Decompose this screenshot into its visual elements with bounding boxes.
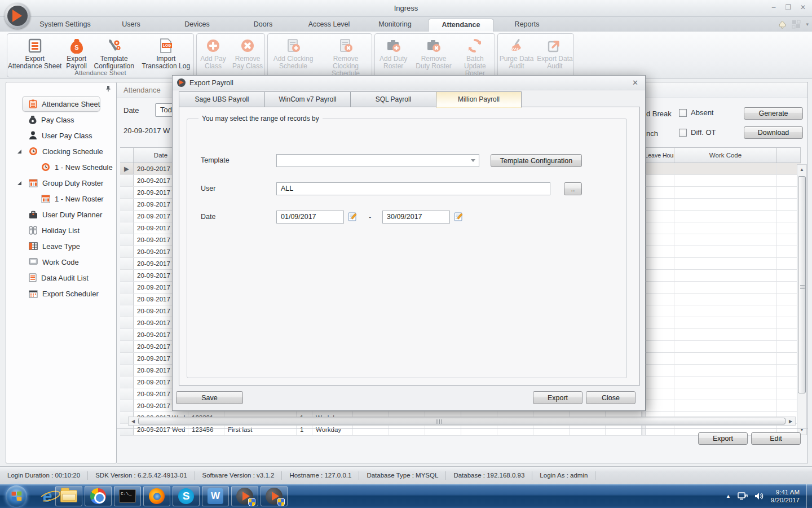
download-button[interactable]: Download bbox=[744, 126, 803, 139]
show-hidden-icons[interactable]: ▲ bbox=[726, 493, 731, 499]
svg-text:S: S bbox=[74, 44, 78, 51]
sidebar-item-data-audit-list[interactable]: Data Audit List bbox=[6, 270, 116, 286]
diff-ot-checkbox[interactable]: Diff. OT bbox=[679, 128, 716, 137]
sidebar-item-new-roster[interactable]: 1 - New Roster bbox=[6, 191, 116, 207]
column-header-work-code[interactable]: Work Code bbox=[674, 148, 777, 163]
sidebar-item-clocking-schedule[interactable]: Clocking Schedule bbox=[6, 143, 116, 159]
dialog-export-button[interactable]: Export bbox=[533, 391, 582, 404]
tab-users[interactable]: Users bbox=[98, 19, 164, 32]
scrollbar-thumb[interactable] bbox=[138, 418, 785, 424]
checkbox-icon[interactable] bbox=[679, 109, 687, 117]
sidebar-item-leave-type[interactable]: Leave Type bbox=[6, 238, 116, 254]
template-configuration-dialog-button[interactable]: Template Configuration bbox=[491, 154, 582, 167]
tab-reports[interactable]: Reports bbox=[494, 19, 560, 32]
sidebar-item-work-code[interactable]: Work Code bbox=[6, 254, 116, 270]
column-header-leave-hour[interactable]: Leave Hour bbox=[646, 148, 674, 163]
remove-clocking-schedule-button: Remove Clocking Schedule bbox=[320, 36, 372, 78]
app-logo-icon[interactable] bbox=[5, 3, 30, 29]
desktop: Ingress – ❐ ✕ System Settings Users Devi… bbox=[0, 0, 812, 508]
dialog-save-button[interactable]: Save bbox=[176, 391, 243, 404]
vertical-scrollbar[interactable]: ▲ ▼ bbox=[797, 164, 807, 435]
template-configuration-button[interactable]: Template Configuration bbox=[91, 36, 138, 71]
dialog-close-button[interactable]: ✕ bbox=[630, 78, 641, 87]
layout-grid-icon[interactable] bbox=[792, 20, 801, 29]
window-title: Ingress bbox=[0, 4, 812, 12]
broom-icon bbox=[509, 37, 524, 54]
w-app-icon: W bbox=[208, 488, 223, 504]
ingress-icon bbox=[266, 488, 283, 505]
tab-devices[interactable]: Devices bbox=[164, 19, 230, 32]
browse-users-button[interactable]: .. bbox=[564, 182, 582, 195]
svg-text:LOG: LOG bbox=[163, 43, 171, 47]
sidebar-item-pay-class[interactable]: Pay Class bbox=[6, 112, 116, 128]
taskbar-firefox[interactable] bbox=[143, 486, 170, 506]
tab-million-payroll[interactable]: Million Payroll bbox=[436, 91, 522, 108]
tab-attendance[interactable]: Attendance bbox=[428, 19, 494, 32]
tab-access-level[interactable]: Access Level bbox=[296, 19, 362, 32]
network-icon[interactable] bbox=[738, 492, 748, 501]
edit-button[interactable]: Edit bbox=[751, 432, 801, 445]
calendar-picker-icon[interactable] bbox=[348, 212, 358, 222]
taskbar-chrome[interactable] bbox=[85, 486, 112, 506]
restore-button[interactable]: ❐ bbox=[784, 3, 793, 11]
taskbar-clock[interactable]: 9:41 AM 9/20/2017 bbox=[771, 488, 800, 504]
calendar-picker-icon[interactable] bbox=[454, 212, 464, 222]
taskbar-skype[interactable]: S bbox=[173, 486, 200, 506]
sidebar-item-attendance-sheet[interactable]: Attendance Sheet bbox=[6, 96, 116, 112]
checkbox-icon[interactable] bbox=[679, 129, 687, 137]
date-to-input[interactable]: 30/09/2017 bbox=[382, 211, 450, 224]
sidebar-item-user-duty-planner[interactable]: User Duty Planner bbox=[6, 207, 116, 222]
dialog-close-action-button[interactable]: Close bbox=[586, 391, 636, 404]
date-from-input[interactable]: 01/09/2017 bbox=[276, 211, 344, 224]
export-button[interactable]: Export bbox=[698, 432, 748, 445]
tab-system-settings[interactable]: System Settings bbox=[32, 19, 98, 32]
minimize-button[interactable]: – bbox=[769, 3, 778, 11]
export-data-audit-icon-button: Export Data Audit bbox=[536, 36, 573, 71]
tab-doors[interactable]: Doors bbox=[230, 19, 296, 32]
user-input[interactable]: ALL bbox=[276, 182, 550, 195]
generate-button[interactable]: Generate bbox=[744, 107, 803, 120]
sidebar-item-user-pay-class[interactable]: User Pay Class bbox=[6, 128, 116, 143]
tab-sage-ubs-payroll[interactable]: Sage UBS Payroll bbox=[179, 91, 264, 107]
sidebar-item-holiday-list[interactable]: Holiday List bbox=[6, 222, 116, 238]
scrollbar-thumb[interactable] bbox=[798, 176, 806, 393]
expander-icon[interactable] bbox=[17, 150, 21, 154]
windows-logo-icon bbox=[12, 492, 22, 501]
chevron-down-icon[interactable]: ▾ bbox=[806, 21, 809, 27]
show-desktop-button[interactable] bbox=[806, 484, 812, 508]
ribbon: Export Attendance Sheet S Export Payroll… bbox=[0, 32, 812, 79]
template-combobox[interactable] bbox=[276, 154, 479, 167]
export-attendance-sheet-button[interactable]: Export Attendance Sheet bbox=[7, 36, 62, 71]
absent-checkbox[interactable]: Absent bbox=[679, 108, 713, 117]
tab-monitoring[interactable]: Monitoring bbox=[362, 19, 428, 32]
pin-icon[interactable] bbox=[105, 85, 112, 92]
horizontal-scrollbar[interactable]: ◀ ▶ bbox=[128, 417, 796, 426]
sidebar-item-new-schedule[interactable]: 1 - New Schedule bbox=[6, 159, 116, 175]
close-button[interactable]: ✕ bbox=[798, 3, 807, 11]
scroll-right-arrow[interactable]: ▶ bbox=[786, 419, 795, 424]
calendar-icon bbox=[29, 290, 38, 298]
taskbar-w-app[interactable]: W bbox=[202, 486, 229, 506]
spade-icon[interactable] bbox=[778, 20, 787, 29]
taskbar-ingress-1[interactable] bbox=[231, 486, 258, 506]
export-payroll-button[interactable]: S Export Payroll bbox=[63, 36, 89, 71]
expander-icon[interactable] bbox=[17, 181, 21, 185]
tab-sql-payroll[interactable]: SQL Payroll bbox=[350, 91, 436, 107]
range-groupbox: You may select the range of records by T… bbox=[187, 119, 627, 378]
taskbar-command-prompt[interactable]: C:\_ bbox=[114, 486, 141, 506]
sidebar-item-export-scheduler[interactable]: Export Scheduler bbox=[6, 286, 116, 301]
scroll-left-arrow[interactable]: ◀ bbox=[129, 419, 138, 424]
tab-wincom-v7-payroll[interactable]: WinCom v7 Payroll bbox=[264, 91, 350, 107]
taskbar-file-explorer[interactable] bbox=[55, 486, 82, 506]
uac-shield-icon bbox=[248, 498, 255, 506]
sidebar-item-group-duty-roster[interactable]: Group Duty Roster bbox=[6, 175, 116, 191]
remove-circle-icon bbox=[240, 37, 255, 54]
scroll-up-arrow[interactable]: ▲ bbox=[797, 165, 806, 174]
speaker-icon[interactable] bbox=[754, 492, 764, 501]
start-button[interactable] bbox=[6, 485, 27, 507]
slippers-icon bbox=[29, 226, 37, 235]
taskbar-ingress-2[interactable] bbox=[261, 486, 288, 506]
date-label: Date bbox=[201, 213, 215, 221]
import-transaction-log-button[interactable]: LOG Import Transaction Log bbox=[139, 36, 193, 71]
skype-icon: S bbox=[178, 488, 194, 504]
